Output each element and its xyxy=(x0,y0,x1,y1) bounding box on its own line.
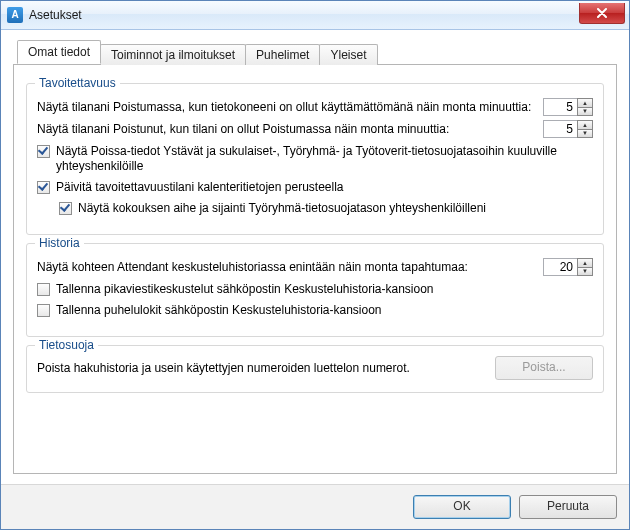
save-call-logs-label: Tallenna puhelulokit sähköpostin Keskust… xyxy=(56,303,593,318)
update-from-calendar-checkbox[interactable] xyxy=(37,181,50,194)
max-events-up[interactable]: ▲ xyxy=(577,258,593,268)
show-meeting-details-checkbox[interactable] xyxy=(59,202,72,215)
inactive-minutes-up[interactable]: ▲ xyxy=(577,98,593,108)
save-call-logs-checkbox[interactable] xyxy=(37,304,50,317)
away-minutes-up[interactable]: ▲ xyxy=(577,120,593,130)
max-events-input[interactable] xyxy=(543,258,577,276)
inactive-minutes-input[interactable] xyxy=(543,98,577,116)
group-history-legend: Historia xyxy=(35,236,84,250)
app-icon: A xyxy=(7,7,23,23)
dialog-footer: OK Peruuta xyxy=(1,484,629,529)
away-minutes-spin-buttons: ▲ ▼ xyxy=(577,120,593,138)
clear-history-button[interactable]: Poista... xyxy=(495,356,593,380)
row-update-from-calendar: Päivitä tavoitettavuustilani kalenteriti… xyxy=(37,180,593,195)
share-away-info-checkbox[interactable] xyxy=(37,145,50,158)
away-minutes-input[interactable] xyxy=(543,120,577,138)
tab-panel-personal: Tavoitettavuus Näytä tilanani Poistumass… xyxy=(13,64,617,474)
inactive-minutes-spinner: ▲ ▼ xyxy=(543,98,593,116)
save-im-checkbox[interactable] xyxy=(37,283,50,296)
away-minutes-down[interactable]: ▼ xyxy=(577,130,593,139)
row-max-events: Näytä kohteen Attendant keskusteluhistor… xyxy=(37,258,593,276)
tab-personal[interactable]: Omat tiedot xyxy=(17,40,101,64)
share-away-info-label: Näytä Poissa-tiedot Ystävät ja sukulaise… xyxy=(56,144,593,174)
ok-button[interactable]: OK xyxy=(413,495,511,519)
close-button[interactable] xyxy=(579,3,625,24)
row-save-call-logs: Tallenna puhelulokit sähköpostin Keskust… xyxy=(37,303,593,318)
privacy-description: Poista hakuhistoria ja usein käytettyjen… xyxy=(37,361,495,375)
save-im-label: Tallenna pikaviestikeskustelut sähköpost… xyxy=(56,282,593,297)
close-icon xyxy=(597,8,607,18)
inactive-minutes-label: Näytä tilanani Poistumassa, kun tietokon… xyxy=(37,100,543,114)
tab-phones[interactable]: Puhelimet xyxy=(245,44,320,65)
inactive-minutes-spin-buttons: ▲ ▼ xyxy=(577,98,593,116)
row-save-im: Tallenna pikaviestikeskustelut sähköpost… xyxy=(37,282,593,297)
update-from-calendar-label: Päivitä tavoitettavuustilani kalenteriti… xyxy=(56,180,593,195)
group-history: Historia Näytä kohteen Attendant keskust… xyxy=(26,243,604,337)
tab-activities[interactable]: Toiminnot ja ilmoitukset xyxy=(100,44,246,65)
cancel-button[interactable]: Peruuta xyxy=(519,495,617,519)
inactive-minutes-down[interactable]: ▼ xyxy=(577,108,593,117)
away-minutes-label: Näytä tilanani Poistunut, kun tilani on … xyxy=(37,122,543,136)
group-privacy: Tietosuoja Poista hakuhistoria ja usein … xyxy=(26,345,604,393)
row-privacy: Poista hakuhistoria ja usein käytettyjen… xyxy=(37,356,593,380)
group-availability-legend: Tavoitettavuus xyxy=(35,76,120,90)
window-body: Omat tiedot Toiminnot ja ilmoitukset Puh… xyxy=(1,30,629,484)
row-share-away-info: Näytä Poissa-tiedot Ystävät ja sukulaise… xyxy=(37,144,593,174)
group-availability: Tavoitettavuus Näytä tilanani Poistumass… xyxy=(26,83,604,235)
max-events-down[interactable]: ▼ xyxy=(577,268,593,277)
max-events-spinner: ▲ ▼ xyxy=(543,258,593,276)
tabstrip: Omat tiedot Toiminnot ja ilmoitukset Puh… xyxy=(13,40,617,64)
row-show-meeting-details: Näytä kokouksen aihe ja sijainti Työryhm… xyxy=(59,201,593,216)
tab-general[interactable]: Yleiset xyxy=(319,44,377,65)
titlebar: A Asetukset xyxy=(1,1,629,30)
away-minutes-spinner: ▲ ▼ xyxy=(543,120,593,138)
max-events-label: Näytä kohteen Attendant keskusteluhistor… xyxy=(37,260,543,274)
show-meeting-details-label: Näytä kokouksen aihe ja sijainti Työryhm… xyxy=(78,201,593,216)
window-title: Asetukset xyxy=(29,8,82,22)
max-events-spin-buttons: ▲ ▼ xyxy=(577,258,593,276)
settings-window: A Asetukset Omat tiedot Toiminnot ja ilm… xyxy=(0,0,630,530)
row-away-minutes: Näytä tilanani Poistunut, kun tilani on … xyxy=(37,120,593,138)
row-inactive-minutes: Näytä tilanani Poistumassa, kun tietokon… xyxy=(37,98,593,116)
group-privacy-legend: Tietosuoja xyxy=(35,338,98,352)
